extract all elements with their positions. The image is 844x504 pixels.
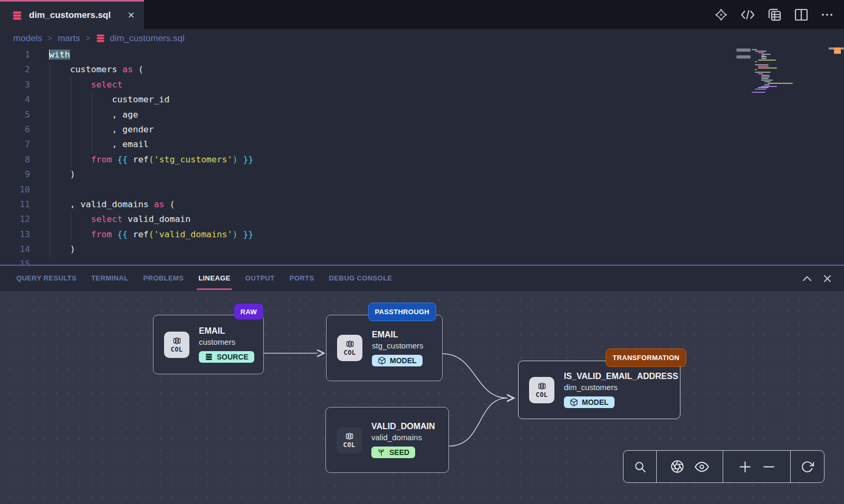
breadcrumb-file[interactable]: dim_customers.sql <box>95 33 185 44</box>
breadcrumb-marts[interactable]: marts <box>57 33 80 44</box>
lineage-node-stg-customers[interactable]: PASSTHROUGH COL EMAIL stg_customers <box>326 315 443 381</box>
bottom-panel: QUERY RESULTSTERMINALPROBLEMSLINEAGEOUTP… <box>0 265 844 504</box>
model-badge[interactable]: MODEL <box>372 355 423 366</box>
node-title: EMAIL <box>199 326 254 336</box>
node-title: EMAIL <box>372 330 424 340</box>
column-chip[interactable]: COL <box>337 335 362 361</box>
refresh-icon[interactable] <box>801 460 814 473</box>
node-subtitle: dim_customers <box>564 383 670 392</box>
zoom-in-icon[interactable] <box>738 460 752 473</box>
model-badge[interactable]: MODEL <box>564 396 615 408</box>
box-icon <box>378 356 386 365</box>
code-line: 4 customer_id <box>0 92 844 107</box>
panel-close-icon[interactable] <box>823 275 831 283</box>
breadcrumb-separator: > <box>47 34 52 43</box>
node-title: VALID_DOMAIN <box>371 422 435 431</box>
tab-dim-customers[interactable]: dim_customers.sql × <box>0 0 144 29</box>
code-line: 11 , valid_domains as ( <box>0 197 844 212</box>
panel-tab-query-results[interactable]: QUERY RESULTS <box>16 267 77 290</box>
code-line: 13 from {{ ref('valid_domains') }} <box>0 227 844 242</box>
column-chip[interactable]: COL <box>529 377 554 403</box>
node-tag-raw: RAW <box>234 304 263 319</box>
code-editor[interactable]: 1with2 customers as (3 select4 customer_… <box>0 47 844 265</box>
tab-title: dim_customers.sql <box>29 10 126 21</box>
node-tag-passthrough: PASSTHROUGH <box>368 303 436 321</box>
zoom-out-icon[interactable] <box>762 460 775 473</box>
breadcrumb-models[interactable]: models <box>13 33 42 44</box>
minimap-selection-marker <box>736 49 751 52</box>
code-line: 15 <box>0 257 844 265</box>
editor-tab-bar: dim_customers.sql × <box>0 0 844 29</box>
columns-icon <box>172 336 181 345</box>
source-badge[interactable]: SOURCE <box>199 351 254 363</box>
indent-guide <box>71 212 71 242</box>
indent-guide <box>50 62 50 257</box>
code-line: 1with <box>0 47 844 62</box>
panel-tabs: QUERY RESULTSTERMINALPROBLEMSLINEAGEOUTP… <box>16 267 393 290</box>
more-options-icon[interactable] <box>821 8 833 21</box>
lineage-canvas[interactable]: RAW COL EMAIL customers <box>0 291 844 504</box>
lineage-toolbar <box>623 450 824 483</box>
column-chip[interactable]: COL <box>164 332 189 358</box>
aperture-icon[interactable] <box>670 460 684 473</box>
node-title: IS_VALID_EMAIL_ADDRESS <box>564 372 670 381</box>
code-line: 12 select valid_domain <box>0 212 844 227</box>
code-line: 5 , age <box>0 108 844 122</box>
columns-icon <box>346 340 354 348</box>
code-line: 9 ) <box>0 167 844 182</box>
code-line: 7 , email <box>0 137 844 152</box>
lineage-node-dim-customers[interactable]: TRANSFORMATION COL IS_VALID_EMAIL_ADDRES… <box>518 361 680 419</box>
panel-maximize-icon[interactable] <box>802 276 812 282</box>
node-subtitle: stg_customers <box>372 341 424 350</box>
code-line: 6 , gender <box>0 122 844 137</box>
panel-tab-lineage[interactable]: LINEAGE <box>198 267 231 290</box>
indent-guide <box>92 92 92 152</box>
indent-guide <box>71 77 71 167</box>
node-subtitle: valid_domains <box>371 433 435 442</box>
database-file-icon <box>12 10 23 21</box>
panel-tab-bar: QUERY RESULTSTERMINALPROBLEMSLINEAGEOUTP… <box>0 266 844 291</box>
code-lines: 1with2 customers as (3 select4 customer_… <box>0 47 844 265</box>
code-line: 3 select <box>0 77 844 92</box>
split-editor-icon[interactable] <box>794 8 808 21</box>
tab-close-icon[interactable]: × <box>126 9 137 21</box>
minimap-selection-marker <box>736 55 751 59</box>
panel-tab-problems[interactable]: PROBLEMS <box>142 267 184 290</box>
code-view-icon[interactable] <box>741 9 755 21</box>
columns-icon <box>345 432 354 441</box>
code-line: 14 ) <box>0 242 844 257</box>
column-chip[interactable]: COL <box>337 427 362 453</box>
breadcrumb: models > marts > dim_customers.sql <box>0 29 844 47</box>
panel-tab-ports[interactable]: PORTS <box>289 267 315 290</box>
search-icon[interactable] <box>634 460 647 473</box>
panel-tab-output[interactable]: OUTPUT <box>245 267 275 290</box>
panel-tab-terminal[interactable]: TERMINAL <box>91 267 129 290</box>
copy-table-icon[interactable] <box>768 7 782 22</box>
breadcrumb-separator: > <box>85 34 90 43</box>
node-tag-transformation: TRANSFORMATION <box>606 348 686 367</box>
code-line: 10 <box>0 182 844 197</box>
eye-icon[interactable] <box>695 460 709 474</box>
code-line: 8 from {{ ref('stg_customers') }} <box>0 152 844 167</box>
minimap[interactable] <box>751 47 810 95</box>
lineage-node-valid-domains[interactable]: COL VALID_DOMAIN valid_domains SEED <box>325 407 449 473</box>
seed-badge[interactable]: SEED <box>371 447 415 458</box>
columns-icon <box>538 382 546 391</box>
box-icon <box>570 398 578 406</box>
database-icon <box>205 353 213 361</box>
panel-tab-debug-console[interactable]: DEBUG CONSOLE <box>329 267 393 290</box>
overview-ruler-marker <box>834 47 841 54</box>
lineage-node-customers[interactable]: RAW COL EMAIL customers <box>153 315 264 374</box>
node-subtitle: customers <box>199 337 254 346</box>
dbt-logo-icon[interactable] <box>714 8 728 22</box>
code-line: 2 customers as ( <box>0 62 844 77</box>
seed-icon <box>377 448 386 457</box>
database-file-icon <box>95 33 106 43</box>
